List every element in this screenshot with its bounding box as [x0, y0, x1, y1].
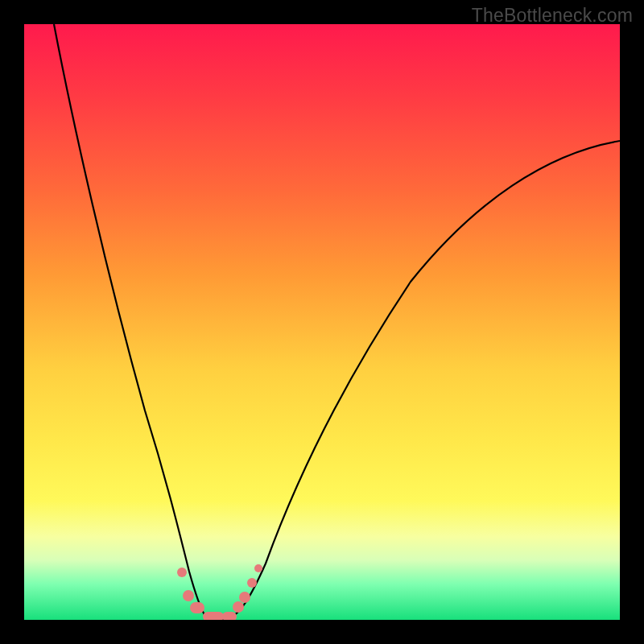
- svg-point-1: [183, 590, 194, 601]
- svg-point-8: [254, 564, 262, 572]
- svg-point-0: [177, 568, 187, 577]
- curve-overlay: [24, 24, 620, 620]
- svg-point-5: [233, 601, 244, 613]
- watermark-text: TheBottleneck.com: [472, 5, 633, 27]
- svg-point-6: [239, 592, 250, 603]
- svg-point-7: [247, 578, 257, 588]
- svg-rect-3: [203, 612, 224, 620]
- svg-rect-2: [190, 602, 204, 613]
- svg-rect-4: [222, 612, 237, 620]
- bottleneck-line: [54, 24, 620, 619]
